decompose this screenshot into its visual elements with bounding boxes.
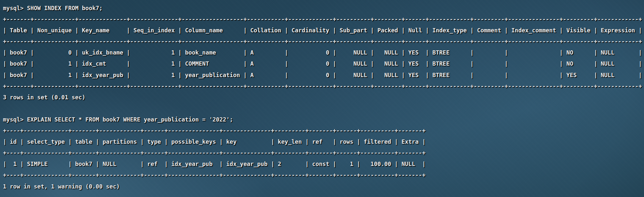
table-border-line: +-------+------------+--------------+---…: [3, 14, 644, 25]
command-line: mysql> SHOW INDEX FROM book7;: [3, 3, 644, 14]
result-status-line: 1 row in set, 1 warning (0.00 sec): [3, 181, 644, 192]
table-row-line: | 1 | SIMPLE | book7 | NULL | ref | idx_…: [3, 158, 644, 170]
result-table-show-index: +-------+------------+--------------+---…: [3, 14, 644, 92]
result-status-line: 3 rows in set (0.01 sec): [3, 92, 644, 103]
blank-line: [3, 103, 644, 114]
table-row-line: | book7 | 1 | idx_year_pub | 1 | year_pu…: [3, 70, 644, 81]
table-row-line: | book7 | 1 | idx_cmt | 1 | COMMENT | A …: [3, 58, 644, 69]
table-border-line: +----+-------------+-------+------------…: [3, 147, 644, 158]
table-border-line: +-------+------------+--------------+---…: [3, 81, 644, 92]
terminal-screen[interactable]: mysql> SHOW INDEX FROM book7; +-------+-…: [0, 0, 644, 197]
table-border-line: +----+-------------+-------+------------…: [3, 170, 644, 181]
table-border-line: +-------+------------+--------------+---…: [3, 36, 644, 47]
table-header-line: | Table | Non_unique | Key_name | Seq_in…: [3, 25, 644, 36]
table-border-line: +----+-------------+-------+------------…: [3, 125, 644, 136]
table-header-line: | id | select_type | table | partitions …: [3, 136, 644, 147]
command-line: mysql> EXPLAIN SELECT * FROM book7 WHERE…: [3, 114, 644, 125]
result-table-explain: +----+-------------+-------+------------…: [3, 125, 644, 181]
table-row-line: | book7 | 0 | uk_idx_bname | 1 | book_na…: [3, 47, 644, 58]
